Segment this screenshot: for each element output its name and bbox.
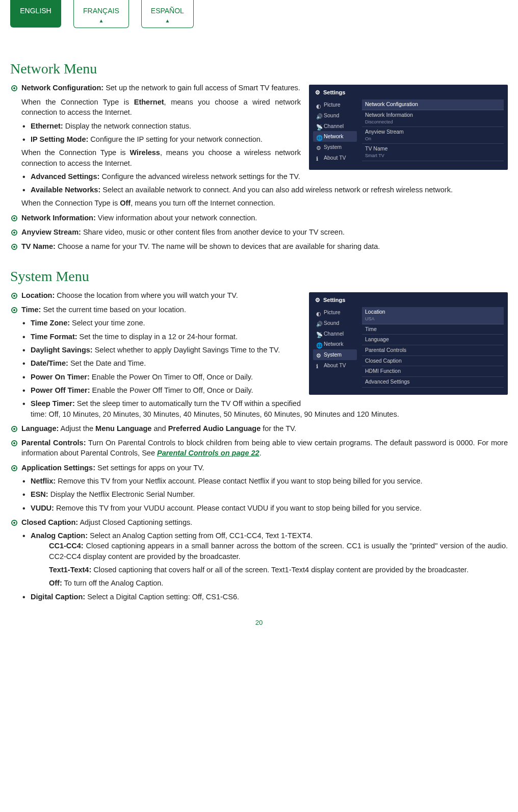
language-tabs: ENGLISH ▲ FRANÇAIS ▲ ESPAÑOL ▲ [10,0,508,28]
item-power-on-timer: Power On Timer: Enable the Power On Time… [21,372,508,382]
item-tv-name: TV Name: Choose a name for your TV. The … [10,241,508,251]
heading-network-menu: Network Menu [10,59,508,79]
item-caption-off: Off: To turn off the Analog Caption. [31,578,508,588]
link-parental-controls[interactable]: Parental Controls on page 22 [157,449,260,457]
item-vudu: VUDU: Remove this TV from your VUDU acco… [21,503,508,513]
item-sleep-timer: Sleep Timer: Set the sleep timer to auto… [21,398,508,419]
item-network-configuration: Network Configuration: Set up the networ… [10,83,508,209]
item-time-zone: Time Zone: Select your time zone. [21,318,508,328]
item-netflix: Netflix: Remove this TV from your Netfli… [21,476,508,486]
item-anyview-stream: Anyview Stream: Share video, music or ot… [10,227,508,237]
item-language: Language: Adjust the Menu Language and P… [10,423,508,434]
tab-english[interactable]: ENGLISH ▲ [10,0,61,28]
item-advanced-settings: Advanced Settings: Configure the advance… [21,171,508,182]
chevron-up-icon: ▲ [83,17,119,24]
item-ethernet: Ethernet: Display the network connection… [21,121,508,131]
item-date-time: Date/Time: Set the Date and Time. [21,358,508,368]
item-esn: ESN: Display the Netflix Electronic Seri… [21,489,508,499]
chevron-up-icon: ▲ [151,17,184,24]
heading-system-menu: System Menu [10,266,508,286]
tab-label: FRANÇAIS [83,7,119,15]
item-time-format: Time Format: Set the time to display in … [21,332,508,342]
page-number: 20 [10,618,508,627]
item-digital-caption: Digital Caption: Select a Digital Captio… [21,592,508,602]
item-location: Location: Choose the location from where… [10,290,508,300]
item-application-settings: Application Settings: Set settings for a… [10,463,508,513]
item-time: Time: Set the current time based on your… [10,304,508,419]
tab-label: ESPAÑOL [151,7,184,15]
item-parental-controls: Parental Controls: Turn On Parental Cont… [10,438,508,459]
item-ip-setting-mode: IP Setting Mode: Configure the IP settin… [21,134,508,144]
item-cc1-cc4: CC1-CC4: Closed captioning appears in a … [31,541,508,562]
item-analog-caption: Analog Caption: Select an Analog Caption… [21,530,508,588]
item-daylight-savings: Daylight Savings: Select whether to appl… [21,345,508,355]
tab-francais[interactable]: FRANÇAIS ▲ [73,0,129,28]
tab-label: ENGLISH [20,7,51,15]
item-available-networks: Available Networks: Select an available … [21,185,508,195]
item-network-information: Network Information: View information ab… [10,213,508,223]
item-text1-text4: Text1-Text4: Closed captioning that cove… [31,565,508,575]
item-power-off-timer: Power Off Timer: Enable the Power Off Ti… [21,385,508,395]
tab-espanol[interactable]: ESPAÑOL ▲ [141,0,194,28]
item-closed-caption: Closed Caption: Adjust Closed Captioning… [10,517,508,602]
